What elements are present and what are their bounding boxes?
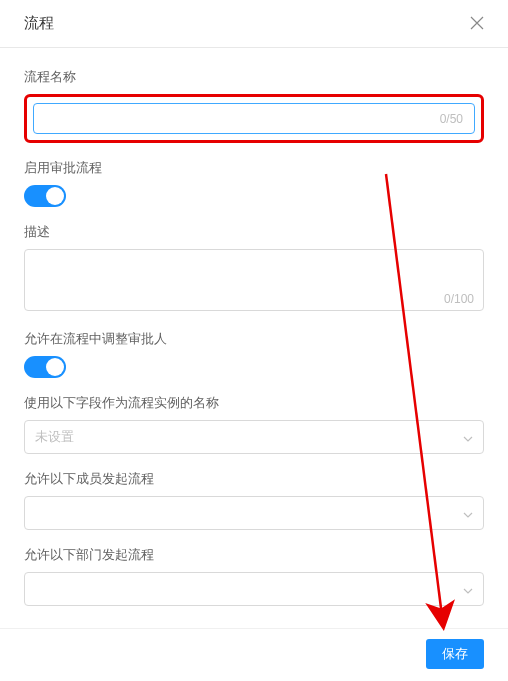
chevron-down-icon: [463, 582, 473, 597]
description-label: 描述: [24, 223, 484, 241]
process-name-label: 流程名称: [24, 68, 484, 86]
chevron-down-icon: [463, 506, 473, 521]
adjust-approver-label: 允许在流程中调整审批人: [24, 330, 484, 348]
description-wrapper: 0/100: [24, 249, 484, 314]
process-name-input-wrapper: 0/50: [33, 103, 475, 134]
instance-name-label: 使用以下字段作为流程实例的名称: [24, 394, 484, 412]
allowed-departments-label: 允许以下部门发起流程: [24, 546, 484, 564]
save-button[interactable]: 保存: [426, 639, 484, 669]
enable-approval-toggle[interactable]: [24, 185, 66, 207]
modal-body: 流程名称 0/50 启用审批流程 描述 0/100 允许在流程中调整审批人: [0, 48, 508, 628]
highlight-annotation: 0/50: [24, 94, 484, 143]
adjust-approver-toggle[interactable]: [24, 356, 66, 378]
instance-name-placeholder: 未设置: [35, 428, 74, 446]
allowed-members-label: 允许以下成员发起流程: [24, 470, 484, 488]
field-allowed-departments: 允许以下部门发起流程: [24, 546, 484, 606]
chevron-down-icon: [463, 430, 473, 445]
field-description: 描述 0/100: [24, 223, 484, 314]
instance-name-select[interactable]: 未设置: [24, 420, 484, 454]
field-adjust-approver: 允许在流程中调整审批人: [24, 330, 484, 378]
enable-approval-label: 启用审批流程: [24, 159, 484, 177]
modal-footer: 保存: [0, 628, 508, 681]
modal-header: 流程: [0, 0, 508, 48]
process-name-input[interactable]: [33, 103, 475, 134]
field-enable-approval: 启用审批流程: [24, 159, 484, 207]
description-textarea[interactable]: [24, 249, 484, 311]
field-allowed-members: 允许以下成员发起流程: [24, 470, 484, 530]
modal-title: 流程: [24, 14, 54, 33]
close-icon[interactable]: [470, 15, 484, 33]
allowed-departments-select[interactable]: [24, 572, 484, 606]
field-instance-name: 使用以下字段作为流程实例的名称 未设置: [24, 394, 484, 454]
allowed-members-select[interactable]: [24, 496, 484, 530]
field-process-name: 流程名称 0/50: [24, 68, 484, 143]
process-modal: 流程 流程名称 0/50 启用审批流程 描述 0/100: [0, 0, 508, 681]
